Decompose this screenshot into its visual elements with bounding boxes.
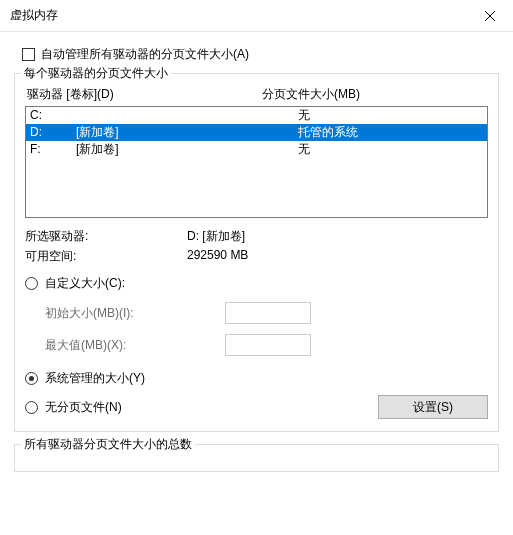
- initial-size-row: 初始大小(MB)(I):: [25, 302, 488, 324]
- custom-size-label: 自定义大小(C):: [45, 275, 125, 292]
- system-managed-row[interactable]: 系统管理的大小(Y): [25, 370, 488, 387]
- drive-label: [76, 107, 298, 124]
- drive-label: [新加卷]: [76, 124, 298, 141]
- drive-size: 无: [298, 107, 483, 124]
- drive-row[interactable]: C: 无: [26, 107, 487, 124]
- no-paging-radio[interactable]: [25, 401, 38, 414]
- available-space-label: 可用空间:: [25, 248, 187, 265]
- per-drive-group-label: 每个驱动器的分页文件大小: [21, 65, 171, 82]
- drive-letter: F:: [30, 141, 76, 158]
- dialog-content: 自动管理所有驱动器的分页文件大小(A) 每个驱动器的分页文件大小 驱动器 [卷标…: [0, 32, 513, 472]
- close-button[interactable]: [467, 0, 513, 32]
- selected-drive-row: 所选驱动器: D: [新加卷]: [25, 228, 488, 245]
- custom-size-row[interactable]: 自定义大小(C):: [25, 275, 488, 292]
- drive-row[interactable]: F: [新加卷] 无: [26, 141, 487, 158]
- drive-list[interactable]: C: 无 D: [新加卷] 托管的系统 F: [新加卷] 无: [25, 106, 488, 218]
- initial-size-input[interactable]: [225, 302, 311, 324]
- available-space-value: 292590 MB: [187, 248, 488, 265]
- close-icon: [485, 11, 495, 21]
- totals-group-label: 所有驱动器分页文件大小的总数: [21, 436, 195, 453]
- set-button[interactable]: 设置(S): [378, 395, 488, 419]
- auto-manage-checkbox[interactable]: [22, 48, 35, 61]
- max-size-row: 最大值(MB)(X):: [25, 334, 488, 356]
- selected-drive-label: 所选驱动器:: [25, 228, 187, 245]
- per-drive-group: 每个驱动器的分页文件大小 驱动器 [卷标](D) 分页文件大小(MB) C: 无…: [14, 73, 499, 432]
- drive-label: [新加卷]: [76, 141, 298, 158]
- initial-size-label: 初始大小(MB)(I):: [45, 305, 225, 322]
- drive-size: 托管的系统: [298, 124, 483, 141]
- drive-letter: C:: [30, 107, 76, 124]
- custom-size-radio[interactable]: [25, 277, 38, 290]
- no-paging-label: 无分页文件(N): [45, 399, 122, 416]
- max-size-label: 最大值(MB)(X):: [45, 337, 225, 354]
- drive-row[interactable]: D: [新加卷] 托管的系统: [26, 124, 487, 141]
- auto-manage-label: 自动管理所有驱动器的分页文件大小(A): [41, 46, 249, 63]
- drive-list-headers: 驱动器 [卷标](D) 分页文件大小(MB): [25, 86, 488, 103]
- selected-drive-value: D: [新加卷]: [187, 228, 488, 245]
- header-size: 分页文件大小(MB): [262, 86, 486, 103]
- auto-manage-row[interactable]: 自动管理所有驱动器的分页文件大小(A): [14, 46, 499, 63]
- available-space-row: 可用空间: 292590 MB: [25, 248, 488, 265]
- drive-letter: D:: [30, 124, 76, 141]
- max-size-input[interactable]: [225, 334, 311, 356]
- system-managed-radio[interactable]: [25, 372, 38, 385]
- window-title: 虚拟内存: [10, 7, 58, 24]
- titlebar: 虚拟内存: [0, 0, 513, 32]
- totals-group: 所有驱动器分页文件大小的总数: [14, 444, 499, 472]
- drive-size: 无: [298, 141, 483, 158]
- header-drive: 驱动器 [卷标](D): [27, 86, 262, 103]
- bottom-row: 无分页文件(N) 设置(S): [25, 393, 488, 419]
- set-button-label: 设置(S): [413, 399, 453, 416]
- no-paging-row[interactable]: 无分页文件(N): [25, 399, 378, 416]
- system-managed-label: 系统管理的大小(Y): [45, 370, 145, 387]
